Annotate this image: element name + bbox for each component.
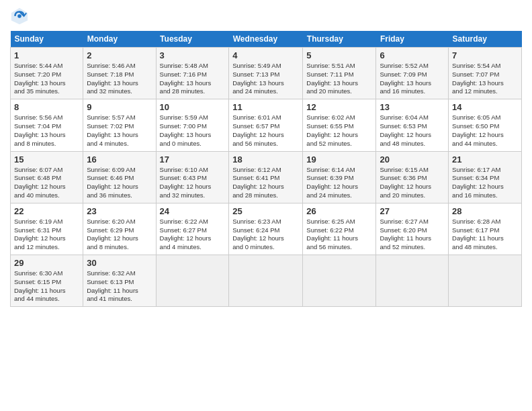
header-friday: Friday — [376, 31, 449, 48]
day-info: Sunrise: 6:17 AM Sunset: 6:34 PM Dayligh… — [452, 166, 518, 200]
day-number: 12 — [306, 102, 372, 112]
day-number: 8 — [14, 102, 79, 112]
logo — [10, 7, 32, 26]
day-number: 17 — [160, 154, 226, 165]
calendar-cell: 20Sunrise: 6:15 AM Sunset: 6:36 PM Dayli… — [376, 151, 449, 203]
header-thursday: Thursday — [303, 31, 376, 48]
header-sunday: Sunday — [11, 31, 83, 48]
day-number: 9 — [87, 102, 152, 112]
svg-point-1 — [17, 14, 21, 18]
calendar-cell: 14Sunrise: 6:05 AM Sunset: 6:50 PM Dayli… — [449, 99, 522, 151]
header-tuesday: Tuesday — [156, 31, 229, 48]
calendar-cell: 26Sunrise: 6:25 AM Sunset: 6:22 PM Dayli… — [303, 203, 376, 255]
calendar-cell: 12Sunrise: 6:02 AM Sunset: 6:55 PM Dayli… — [303, 99, 376, 151]
calendar-cell: 28Sunrise: 6:28 AM Sunset: 6:17 PM Dayli… — [449, 203, 522, 255]
calendar-cell: 13Sunrise: 6:04 AM Sunset: 6:53 PM Dayli… — [376, 99, 449, 151]
day-number: 23 — [87, 206, 152, 216]
day-number: 10 — [160, 102, 226, 112]
day-number: 30 — [87, 258, 152, 268]
logo-icon — [10, 7, 29, 26]
day-info: Sunrise: 5:54 AM Sunset: 7:07 PM Dayligh… — [452, 62, 518, 96]
day-number: 16 — [87, 154, 152, 165]
header-saturday: Saturday — [449, 31, 522, 48]
day-info: Sunrise: 6:02 AM Sunset: 6:55 PM Dayligh… — [306, 113, 372, 148]
calendar-week-row: 22Sunrise: 6:19 AM Sunset: 6:31 PM Dayli… — [11, 203, 522, 255]
day-info: Sunrise: 5:56 AM Sunset: 7:04 PM Dayligh… — [14, 113, 79, 148]
day-info: Sunrise: 6:15 AM Sunset: 6:36 PM Dayligh… — [380, 166, 445, 200]
day-info: Sunrise: 5:51 AM Sunset: 7:11 PM Dayligh… — [306, 62, 372, 96]
day-number: 4 — [232, 50, 299, 60]
calendar-cell: 5Sunrise: 5:51 AM Sunset: 7:11 PM Daylig… — [303, 48, 376, 99]
calendar-cell: 17Sunrise: 6:10 AM Sunset: 6:43 PM Dayli… — [156, 151, 229, 203]
day-info: Sunrise: 6:23 AM Sunset: 6:24 PM Dayligh… — [232, 218, 299, 252]
day-number: 24 — [160, 206, 226, 216]
day-info: Sunrise: 6:25 AM Sunset: 6:22 PM Dayligh… — [306, 218, 372, 252]
day-info: Sunrise: 5:57 AM Sunset: 7:02 PM Dayligh… — [87, 113, 152, 148]
calendar-cell: 27Sunrise: 6:27 AM Sunset: 6:20 PM Dayli… — [376, 203, 449, 255]
day-info: Sunrise: 6:12 AM Sunset: 6:41 PM Dayligh… — [232, 166, 299, 200]
day-info: Sunrise: 5:49 AM Sunset: 7:13 PM Dayligh… — [232, 62, 299, 96]
calendar-cell: 29Sunrise: 6:30 AM Sunset: 6:15 PM Dayli… — [11, 255, 83, 307]
day-info: Sunrise: 6:27 AM Sunset: 6:20 PM Dayligh… — [380, 218, 445, 252]
calendar-cell: 24Sunrise: 6:22 AM Sunset: 6:27 PM Dayli… — [156, 203, 229, 255]
day-info: Sunrise: 6:32 AM Sunset: 6:13 PM Dayligh… — [87, 269, 152, 304]
day-info: Sunrise: 6:05 AM Sunset: 6:50 PM Dayligh… — [452, 113, 518, 148]
calendar-week-row: 8Sunrise: 5:56 AM Sunset: 7:04 PM Daylig… — [11, 99, 522, 151]
calendar-cell: 4Sunrise: 5:49 AM Sunset: 7:13 PM Daylig… — [229, 48, 303, 99]
calendar-cell — [449, 255, 522, 307]
calendar-cell: 10Sunrise: 5:59 AM Sunset: 7:00 PM Dayli… — [156, 99, 229, 151]
day-number: 1 — [14, 50, 79, 60]
day-number: 13 — [380, 102, 445, 112]
calendar-cell — [156, 255, 229, 307]
day-number: 21 — [452, 154, 518, 165]
day-info: Sunrise: 5:52 AM Sunset: 7:09 PM Dayligh… — [380, 62, 445, 96]
calendar-cell — [376, 255, 449, 307]
day-number: 26 — [306, 206, 372, 216]
day-number: 11 — [232, 102, 299, 112]
day-info: Sunrise: 5:44 AM Sunset: 7:20 PM Dayligh… — [14, 62, 79, 96]
day-number: 29 — [14, 258, 79, 268]
calendar-cell: 8Sunrise: 5:56 AM Sunset: 7:04 PM Daylig… — [11, 99, 83, 151]
day-number: 6 — [380, 50, 445, 60]
calendar-table: Sunday Monday Tuesday Wednesday Thursday… — [10, 31, 522, 307]
main-container: Sunday Monday Tuesday Wednesday Thursday… — [0, 0, 532, 314]
calendar-cell — [229, 255, 303, 307]
day-number: 14 — [452, 102, 518, 112]
day-info: Sunrise: 6:22 AM Sunset: 6:27 PM Dayligh… — [160, 218, 226, 252]
calendar-header-row: Sunday Monday Tuesday Wednesday Thursday… — [11, 31, 522, 48]
calendar-cell: 7Sunrise: 5:54 AM Sunset: 7:07 PM Daylig… — [449, 48, 522, 99]
header — [10, 7, 522, 26]
day-number: 28 — [452, 206, 518, 216]
calendar-cell: 15Sunrise: 6:07 AM Sunset: 6:48 PM Dayli… — [11, 151, 83, 203]
day-info: Sunrise: 6:30 AM Sunset: 6:15 PM Dayligh… — [14, 269, 79, 304]
calendar-cell: 21Sunrise: 6:17 AM Sunset: 6:34 PM Dayli… — [449, 151, 522, 203]
calendar-cell: 6Sunrise: 5:52 AM Sunset: 7:09 PM Daylig… — [376, 48, 449, 99]
day-number: 2 — [87, 50, 152, 60]
day-number: 5 — [306, 50, 372, 60]
calendar-week-row: 29Sunrise: 6:30 AM Sunset: 6:15 PM Dayli… — [11, 255, 522, 307]
calendar-cell: 16Sunrise: 6:09 AM Sunset: 6:46 PM Dayli… — [83, 151, 156, 203]
day-info: Sunrise: 6:07 AM Sunset: 6:48 PM Dayligh… — [14, 166, 79, 200]
day-info: Sunrise: 6:01 AM Sunset: 6:57 PM Dayligh… — [232, 113, 299, 148]
calendar-cell: 1Sunrise: 5:44 AM Sunset: 7:20 PM Daylig… — [11, 48, 83, 99]
header-monday: Monday — [83, 31, 156, 48]
day-number: 27 — [380, 206, 445, 216]
calendar-cell: 23Sunrise: 6:20 AM Sunset: 6:29 PM Dayli… — [83, 203, 156, 255]
day-info: Sunrise: 6:20 AM Sunset: 6:29 PM Dayligh… — [87, 218, 152, 252]
day-number: 22 — [14, 206, 79, 216]
day-info: Sunrise: 6:19 AM Sunset: 6:31 PM Dayligh… — [14, 218, 79, 252]
day-info: Sunrise: 5:59 AM Sunset: 7:00 PM Dayligh… — [160, 113, 226, 148]
calendar-cell — [303, 255, 376, 307]
day-number: 7 — [452, 50, 518, 60]
day-number: 20 — [380, 154, 445, 165]
day-number: 15 — [14, 154, 79, 165]
day-info: Sunrise: 6:10 AM Sunset: 6:43 PM Dayligh… — [160, 166, 226, 200]
day-info: Sunrise: 6:04 AM Sunset: 6:53 PM Dayligh… — [380, 113, 445, 148]
calendar-cell: 3Sunrise: 5:48 AM Sunset: 7:16 PM Daylig… — [156, 48, 229, 99]
calendar-cell: 25Sunrise: 6:23 AM Sunset: 6:24 PM Dayli… — [229, 203, 303, 255]
day-info: Sunrise: 6:09 AM Sunset: 6:46 PM Dayligh… — [87, 166, 152, 200]
day-info: Sunrise: 6:14 AM Sunset: 6:39 PM Dayligh… — [306, 166, 372, 200]
calendar-cell: 11Sunrise: 6:01 AM Sunset: 6:57 PM Dayli… — [229, 99, 303, 151]
calendar-week-row: 1Sunrise: 5:44 AM Sunset: 7:20 PM Daylig… — [11, 48, 522, 99]
day-info: Sunrise: 6:28 AM Sunset: 6:17 PM Dayligh… — [452, 218, 518, 252]
